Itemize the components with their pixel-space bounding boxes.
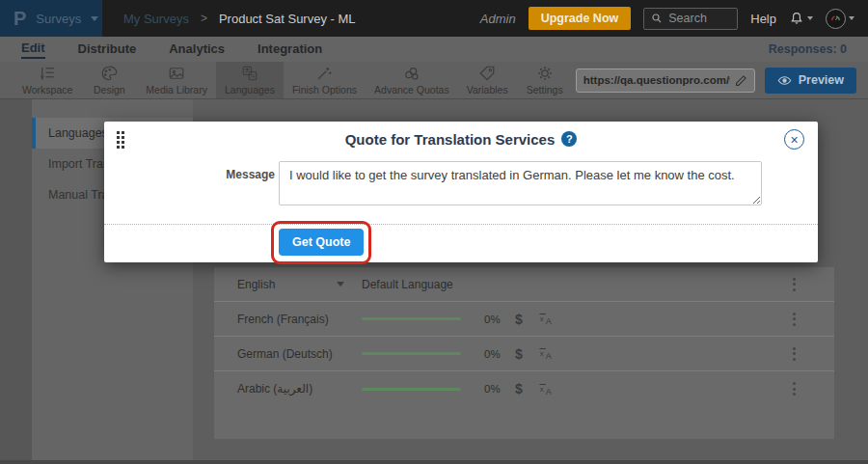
progress-percent: 0% (484, 383, 505, 395)
svg-text:x: x (540, 385, 544, 394)
quote-translation-modal: Quote for Translation Services ? × Messa… (104, 122, 818, 262)
surveys-menu-label: Surveys (36, 12, 81, 26)
survey-url-field[interactable] (576, 68, 755, 93)
quote-dollar-icon[interactable]: $ (515, 346, 523, 362)
kebab-menu-icon[interactable] (793, 313, 796, 326)
left-rail (0, 99, 32, 460)
progress-percent: 0% (484, 348, 505, 360)
chevron-down-icon[interactable] (337, 282, 344, 287)
close-icon[interactable]: × (784, 129, 804, 150)
svg-text:A: A (546, 387, 553, 396)
default-language-badge: Default Language (362, 278, 453, 291)
svg-text:A: A (251, 73, 255, 79)
language-name-cell: French (Français) (214, 313, 362, 326)
toolbar-item-variables[interactable]: Variables (458, 62, 517, 98)
search-input[interactable] (668, 12, 736, 25)
chevron-down-icon (91, 16, 98, 21)
tab-distribute[interactable]: Distribute (78, 41, 137, 58)
global-search[interactable] (643, 8, 738, 30)
chevron-down-icon (807, 16, 813, 20)
tab-edit[interactable]: Edit (21, 41, 45, 59)
image-icon (168, 65, 185, 82)
table-row-german: German (Deutsch) 0% $ xA (214, 337, 834, 371)
message-label: Message (217, 168, 275, 181)
account-menu[interactable] (826, 9, 854, 29)
kebab-menu-icon[interactable] (793, 347, 796, 361)
help-link[interactable]: Help (750, 12, 776, 26)
notifications-menu[interactable] (789, 11, 813, 26)
bell-icon (789, 11, 804, 26)
kebab-menu-icon[interactable] (793, 382, 796, 396)
kebab-menu-icon[interactable] (793, 278, 796, 291)
translation-progress-bar (362, 388, 461, 391)
table-row-arabic: Arabic (العربية) 0% $ xA (214, 371, 834, 406)
languages-table: English Default Language French (Françai… (214, 267, 834, 439)
edit-toolbar: Workspace Design Media Library A Languag… (0, 62, 868, 99)
eye-icon (777, 73, 792, 88)
help-icon[interactable]: ? (561, 131, 577, 147)
modal-divider (104, 224, 818, 225)
modal-header: Quote for Translation Services ? × (104, 122, 818, 156)
toolbar-item-advance-quotas[interactable]: Advance Quotas (366, 62, 458, 98)
table-row-english: English Default Language (214, 267, 834, 302)
progress-percent: 0% (484, 314, 505, 325)
magic-wand-icon (315, 65, 333, 82)
palette-icon (100, 65, 118, 82)
workspace-icon (39, 65, 56, 82)
quote-dollar-icon[interactable]: $ (515, 381, 523, 396)
chevron-down-icon (849, 16, 854, 20)
toolbar-item-workspace[interactable]: Workspace (14, 62, 81, 98)
translation-progress-bar (362, 352, 461, 355)
toolbar-item-finish-options[interactable]: Finish Options (284, 62, 366, 98)
language-name-cell: Arabic (العربية) (214, 382, 362, 396)
tab-analytics[interactable]: Analytics (169, 41, 225, 58)
tag-icon (478, 65, 496, 82)
toolbar-item-languages[interactable]: A Languages (216, 62, 284, 98)
svg-text:A: A (546, 351, 553, 361)
translate-icon[interactable]: xA (538, 311, 555, 327)
message-textarea[interactable]: I would like to get the survey translate… (279, 161, 762, 205)
modal-title: Quote for Translation Services (345, 131, 556, 148)
translation-progress-bar (362, 317, 461, 320)
quote-dollar-icon[interactable]: $ (515, 312, 523, 327)
get-quote-button[interactable]: Get Quote (279, 229, 364, 256)
questionpro-logo: P (14, 9, 26, 28)
gear-icon (536, 65, 554, 82)
breadcrumb-my-surveys[interactable]: My Surveys (123, 12, 189, 26)
tab-integration[interactable]: Integration (258, 41, 322, 58)
search-icon (651, 13, 663, 24)
toolbar-item-settings[interactable]: Settings (517, 62, 573, 98)
language-name-cell: German (Deutsch) (214, 347, 362, 361)
toolbar-item-design[interactable]: Design (81, 62, 137, 98)
toolbar-item-media-library[interactable]: Media Library (137, 62, 216, 98)
page-bottom-strip (0, 460, 868, 464)
product-switcher[interactable]: P Surveys (0, 0, 102, 37)
survey-title: Product Sat Survey - ML (219, 12, 356, 26)
avatar (826, 9, 846, 29)
svg-text:A: A (546, 316, 553, 326)
survey-url-input[interactable] (583, 74, 730, 86)
breadcrumb: My Surveys > Product Sat Survey - ML (123, 12, 356, 26)
top-header: P Surveys My Surveys > Product Sat Surve… (0, 0, 868, 37)
pencil-icon[interactable] (735, 74, 747, 87)
breadcrumb-separator: > (201, 12, 207, 25)
admin-label: Admin (480, 12, 516, 26)
language-name-cell: English (214, 278, 362, 291)
survey-nav: Edit Distribute Analytics Integration Re… (0, 37, 868, 62)
translate-icon[interactable]: xA (538, 345, 555, 362)
preview-button[interactable]: Preview (765, 68, 856, 94)
responses-count: Responses: 0 (769, 42, 847, 56)
upgrade-now-button[interactable]: Upgrade Now (529, 7, 632, 30)
drag-handle-icon[interactable] (117, 131, 124, 149)
svg-text:x: x (540, 349, 544, 358)
table-row-french: French (Français) 0% $ xA (214, 302, 834, 337)
svg-text:x: x (540, 314, 544, 323)
chain-links-icon (403, 65, 420, 82)
translate-icon: A (241, 65, 258, 82)
translate-icon[interactable]: xA (538, 381, 555, 397)
